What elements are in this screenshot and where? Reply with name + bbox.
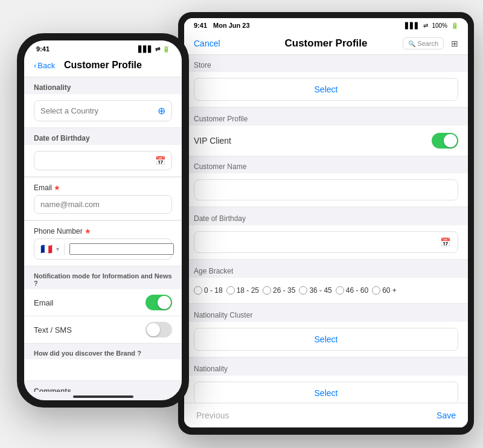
search-label: Search bbox=[417, 40, 438, 47]
tablet-signal-icon: ▋▋▋ bbox=[405, 22, 420, 29]
tablet-previous-button[interactable]: Previous bbox=[196, 411, 229, 420]
plus-circle-icon: ⊕ bbox=[158, 105, 165, 117]
discover-field[interactable] bbox=[24, 359, 182, 381]
tablet-wifi-icon: ⇌ bbox=[423, 22, 428, 29]
email-input-row[interactable] bbox=[34, 195, 172, 214]
nationality-field-group: ⊕ bbox=[24, 94, 182, 128]
age-radio-46-60 bbox=[336, 286, 344, 295]
phone-required-marker: ★ bbox=[85, 227, 91, 235]
store-select-button[interactable]: Select bbox=[194, 78, 458, 101]
tablet-nationality-section-header: Nationality bbox=[184, 359, 468, 376]
age-radio-18-25 bbox=[226, 286, 235, 295]
tablet-status-right: ▋▋▋ ⇌ 100% 🔋 bbox=[405, 22, 458, 29]
age-option-46-60[interactable]: 46 - 60 bbox=[336, 286, 368, 295]
age-radio-60plus bbox=[372, 286, 380, 295]
phone-signal-icon: ▋▋▋ bbox=[138, 46, 153, 53]
phone-battery-icon: 🔋 bbox=[162, 46, 170, 53]
customer-name-section-header: Customer Name bbox=[184, 156, 468, 173]
age-bracket-section-header: Age Bracket bbox=[184, 261, 468, 278]
nationality-input[interactable] bbox=[40, 106, 158, 115]
search-icon: 🔍 bbox=[408, 40, 415, 47]
phone-back-button[interactable]: ‹ Back bbox=[34, 61, 55, 70]
tablet-title: Customer Profile bbox=[242, 37, 410, 50]
phone-status-bar: 9:41 ▋▋▋ ⇌ 🔋 bbox=[24, 40, 182, 55]
age-bracket-row: 0 - 18 18 - 25 26 - 35 36 - 45 bbox=[184, 278, 468, 304]
phone-time: 9:41 bbox=[36, 45, 50, 53]
sms-toggle[interactable] bbox=[146, 322, 172, 338]
chevron-down-icon: ▾ bbox=[56, 246, 59, 252]
phone-number-input[interactable] bbox=[69, 243, 174, 255]
phone-status-icons: ▋▋▋ ⇌ 🔋 bbox=[138, 46, 170, 53]
tablet-time: 9:41 bbox=[194, 22, 207, 29]
nationality-cluster-card: Select bbox=[184, 322, 468, 357]
phone-home-indicator bbox=[73, 395, 133, 398]
nationality-cluster-row: Select bbox=[184, 322, 468, 357]
flag-icon: 🇫🇷 bbox=[40, 243, 53, 255]
store-row: Select bbox=[184, 72, 468, 107]
email-toggle-label: Email bbox=[34, 298, 54, 307]
nationality-cluster-select-button[interactable]: Select bbox=[194, 328, 458, 351]
email-label: Email ★ bbox=[34, 184, 172, 192]
age-option-18-25[interactable]: 18 - 25 bbox=[226, 286, 259, 295]
customer-name-input[interactable] bbox=[194, 179, 458, 200]
nationality-cluster-section-header: Nationality Cluster bbox=[184, 305, 468, 322]
tablet-cancel-button[interactable]: Cancel bbox=[194, 39, 242, 48]
tablet-screen: 9:41 Mon Jun 23 ▋▋▋ ⇌ 100% 🔋 Cancel Cust… bbox=[184, 18, 468, 427]
email-required-marker: ★ bbox=[54, 184, 60, 192]
email-input[interactable] bbox=[40, 200, 165, 209]
calendar-icon: 📅 bbox=[155, 156, 165, 165]
age-option-60plus[interactable]: 60 + bbox=[372, 286, 397, 295]
tablet-nationality-card: Select bbox=[184, 376, 468, 403]
tablet-dob-section-header: Date of Birthday bbox=[184, 208, 468, 225]
tablet-footer: Previous Save bbox=[184, 403, 468, 427]
tablet-battery-icon: 🔋 bbox=[451, 22, 458, 29]
store-card: Select bbox=[184, 72, 468, 107]
dob-input-row[interactable]: 📅 bbox=[34, 151, 172, 170]
customer-name-row bbox=[184, 173, 468, 207]
tablet-save-button[interactable]: Save bbox=[437, 411, 456, 420]
vip-row: VIP Client bbox=[184, 126, 468, 156]
dob-field-group: 📅 bbox=[24, 145, 182, 177]
vip-label: VIP Client bbox=[194, 136, 231, 146]
tablet-device: 9:41 Mon Jun 23 ▋▋▋ ⇌ 100% 🔋 Cancel Cust… bbox=[178, 12, 474, 435]
tablet-search-box[interactable]: 🔍 Search bbox=[403, 37, 444, 50]
tablet-date: Mon Jun 23 bbox=[213, 22, 250, 29]
age-bracket-options: 0 - 18 18 - 25 26 - 35 36 - 45 bbox=[194, 284, 458, 297]
tablet-dob-row: 📅 bbox=[184, 225, 468, 260]
vip-toggle[interactable] bbox=[432, 133, 458, 149]
phone-nav: ‹ Back Customer Profile bbox=[24, 55, 182, 77]
customer-profile-section-header: Customer Profile bbox=[184, 109, 468, 126]
phone-back-label: Back bbox=[37, 61, 55, 70]
dob-section-header: Date of Birthday bbox=[24, 128, 182, 145]
toggle-knob bbox=[158, 296, 171, 309]
email-toggle[interactable] bbox=[146, 295, 172, 310]
tablet-calendar-icon: 📅 bbox=[440, 237, 450, 247]
age-radio-36-45 bbox=[299, 286, 307, 295]
tablet-dob-card: 📅 bbox=[184, 225, 468, 260]
country-code-selector[interactable]: 🇫🇷 ▾ bbox=[40, 243, 65, 255]
toggle-knob-sms bbox=[147, 323, 160, 336]
tablet-status-left: 9:41 Mon Jun 23 bbox=[194, 22, 250, 29]
tablet-battery: 100% bbox=[432, 22, 447, 29]
tablet-search-area: 🔍 Search ⊞ bbox=[410, 37, 458, 50]
vip-toggle-knob bbox=[444, 134, 457, 147]
age-option-0-18[interactable]: 0 - 18 bbox=[194, 286, 223, 295]
age-bracket-card: 0 - 18 18 - 25 26 - 35 36 - 45 bbox=[184, 278, 468, 304]
tablet-nav: Cancel Customer Profile 🔍 Search ⊞ bbox=[184, 33, 468, 55]
comments-section-header: Comments bbox=[24, 381, 182, 392]
age-radio-26-35 bbox=[263, 286, 271, 295]
tablet-content: Store Select Customer Profile VIP Client… bbox=[184, 55, 468, 403]
age-option-36-45[interactable]: 36 - 45 bbox=[299, 286, 331, 295]
age-radio-0-18 bbox=[194, 286, 202, 295]
phone-device: 9:41 ▋▋▋ ⇌ 🔋 ‹ Back Customer Profile Nat… bbox=[17, 33, 189, 408]
phone-input-row[interactable]: 🇫🇷 ▾ bbox=[34, 238, 172, 260]
tablet-nationality-row: Select bbox=[184, 376, 468, 403]
dob-input[interactable] bbox=[40, 156, 155, 165]
tablet-dob-input-row[interactable]: 📅 bbox=[194, 231, 458, 253]
tablet-nationality-select-button[interactable]: Select bbox=[194, 382, 458, 403]
dob-field: 📅 bbox=[24, 145, 182, 177]
nationality-input-row[interactable]: ⊕ bbox=[34, 100, 172, 121]
tablet-dob-input[interactable] bbox=[202, 238, 440, 247]
nationality-field: ⊕ bbox=[24, 94, 182, 128]
age-option-26-35[interactable]: 26 - 35 bbox=[263, 286, 295, 295]
